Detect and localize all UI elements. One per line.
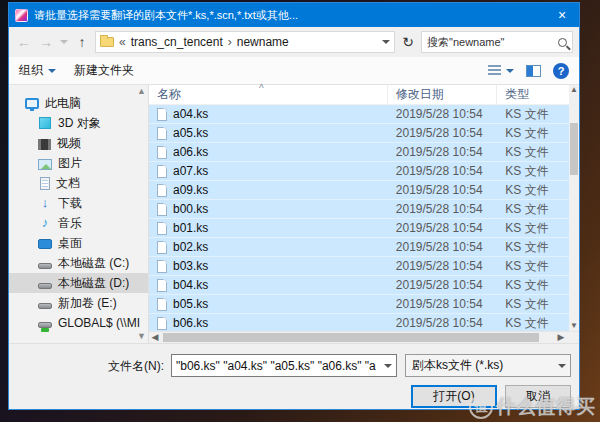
cancel-button[interactable]: 取消 (505, 385, 571, 408)
sidebar-item[interactable]: 本地磁盘 (C:) (9, 253, 148, 273)
file-type: KS 文件 (497, 315, 569, 332)
column-name-label: 名称 (157, 86, 181, 103)
file-list-area: 名称 ^ 修改日期 类型 a04.ks 2019/5/28 10:54 KS 文… (149, 85, 579, 343)
file-name: b04.ks (173, 278, 208, 292)
preview-pane-icon[interactable] (526, 65, 541, 77)
sidebar-item[interactable]: GLOBAL$ (\\MI (9, 313, 148, 333)
sort-ascending-icon: ^ (259, 83, 264, 94)
close-icon[interactable]: × (545, 3, 579, 27)
file-date: 2019/5/28 10:54 (388, 221, 497, 235)
file-name: a04.ks (173, 107, 208, 121)
organize-label: 组织 (19, 62, 43, 79)
vertical-scroll-thumb[interactable] (570, 123, 578, 175)
history-chevron-icon[interactable] (60, 40, 68, 44)
back-icon[interactable]: ← (15, 34, 33, 50)
sidebar-item[interactable]: ♪ 音乐 (9, 213, 148, 233)
table-row[interactable]: b05.ks 2019/5/28 10:54 KS 文件 (149, 295, 569, 314)
main-area: ▲ 此电脑 3D 对象 视频 图片 文档 ↓ 下载 ♪ 音乐 桌面 本地磁盘 (… (9, 85, 579, 343)
disk-icon (38, 303, 52, 309)
sidebar-item[interactable]: 3D 对象 (9, 113, 148, 133)
app-icon (15, 9, 28, 22)
title-bar: 请批量选择需要翻译的剧本文件*.ks,*.scn,*.txt或其他... × (9, 3, 579, 27)
breadcrumb-current[interactable]: newname (237, 35, 289, 49)
open-button[interactable]: 打开(O) (411, 385, 497, 408)
table-row[interactable]: b02.ks 2019/5/28 10:54 KS 文件 (149, 238, 569, 257)
file-rows: a04.ks 2019/5/28 10:54 KS 文件 a05.ks 2019… (149, 105, 579, 331)
file-type: KS 文件 (497, 125, 569, 142)
column-header-date[interactable]: 修改日期 (388, 85, 497, 104)
scroll-left-icon[interactable]: ◀ (149, 332, 161, 343)
horizontal-scroll-thumb[interactable] (163, 333, 539, 342)
sidebar-scroll-down-icon[interactable]: ▼ (137, 332, 145, 341)
file-date: 2019/5/28 10:54 (388, 126, 497, 140)
table-row[interactable]: a07.ks 2019/5/28 10:54 KS 文件 (149, 162, 569, 181)
navigation-pane: ▲ 此电脑 3D 对象 视频 图片 文档 ↓ 下载 ♪ 音乐 桌面 本地磁盘 (… (9, 85, 149, 343)
filetype-select[interactable]: 剧本ks文件 (*.ks) (405, 354, 571, 377)
horizontal-scrollbar[interactable]: ◀ ▶ (149, 331, 579, 343)
column-header-name[interactable]: 名称 ^ (149, 85, 388, 104)
chevron-down-icon (506, 69, 514, 73)
filename-dropdown-icon[interactable] (380, 355, 396, 376)
file-name: a06.ks (173, 145, 208, 159)
column-type-label: 类型 (505, 86, 529, 103)
address-chevron-icon[interactable] (382, 40, 390, 44)
file-date: 2019/5/28 10:54 (388, 259, 497, 273)
list-view-icon (488, 65, 501, 76)
search-input[interactable] (427, 36, 555, 48)
table-row[interactable]: b03.ks 2019/5/28 10:54 KS 文件 (149, 257, 569, 276)
sidebar-item[interactable]: 文档 (9, 173, 148, 193)
vertical-scrollbar[interactable]: ▲ ▼ (569, 85, 579, 331)
column-headers: 名称 ^ 修改日期 类型 (149, 85, 579, 105)
file-date: 2019/5/28 10:54 (388, 164, 497, 178)
desktop-icon (38, 239, 52, 249)
file-type: KS 文件 (497, 296, 569, 313)
refresh-icon[interactable]: ↻ (399, 34, 417, 50)
table-row[interactable]: b06.ks 2019/5/28 10:54 KS 文件 (149, 314, 569, 331)
sidebar-item[interactable]: 桌面 (9, 233, 148, 253)
sidebar-scroll-up-icon[interactable]: ▲ (137, 87, 145, 96)
view-mode-button[interactable] (488, 65, 514, 76)
search-icon[interactable] (558, 38, 567, 47)
file-name: b05.ks (173, 297, 208, 311)
column-header-type[interactable]: 类型 (497, 85, 569, 104)
sidebar-item[interactable]: 图片 (9, 153, 148, 173)
file-name: b06.ks (173, 316, 208, 330)
new-folder-label: 新建文件夹 (74, 62, 134, 79)
table-row[interactable]: a06.ks 2019/5/28 10:54 KS 文件 (149, 143, 569, 162)
sidebar-item[interactable]: 新加卷 (E:) (9, 293, 148, 313)
sidebar-item[interactable]: 此电脑 (9, 93, 148, 113)
file-type: KS 文件 (497, 144, 569, 161)
scroll-up-icon[interactable]: ▲ (569, 85, 579, 95)
file-date: 2019/5/28 10:54 (388, 183, 497, 197)
address-bar[interactable]: « trans_cn_tencent › newname (95, 31, 395, 53)
chevron-down-icon (48, 69, 56, 73)
sidebar-item[interactable]: ↓ 下载 (9, 193, 148, 213)
organize-button[interactable]: 组织 (19, 62, 56, 79)
file-date: 2019/5/28 10:54 (388, 107, 497, 121)
breadcrumb-parent[interactable]: trans_cn_tencent (131, 35, 223, 49)
file-type: KS 文件 (497, 277, 569, 294)
file-date: 2019/5/28 10:54 (388, 297, 497, 311)
scroll-down-icon[interactable]: ▼ (569, 321, 579, 331)
sidebar-item[interactable]: 视频 (9, 133, 148, 153)
scroll-right-icon[interactable]: ▶ (555, 332, 567, 343)
sidebar-item[interactable]: 本地磁盘 (D:) (9, 273, 148, 293)
picture-icon (38, 159, 52, 170)
cube-icon (39, 117, 51, 129)
table-row[interactable]: b04.ks 2019/5/28 10:54 KS 文件 (149, 276, 569, 295)
file-icon (157, 184, 167, 197)
forward-icon[interactable]: → (37, 34, 55, 50)
filetype-dropdown-icon (554, 355, 570, 376)
new-folder-button[interactable]: 新建文件夹 (74, 62, 134, 79)
table-row[interactable]: b01.ks 2019/5/28 10:54 KS 文件 (149, 219, 569, 238)
file-icon (157, 203, 167, 216)
file-date: 2019/5/28 10:54 (388, 278, 497, 292)
file-type: KS 文件 (497, 239, 569, 256)
table-row[interactable]: a04.ks 2019/5/28 10:54 KS 文件 (149, 105, 569, 124)
up-icon[interactable]: ↑ (73, 34, 91, 50)
table-row[interactable]: a05.ks 2019/5/28 10:54 KS 文件 (149, 124, 569, 143)
help-icon[interactable]: ? (553, 63, 569, 79)
table-row[interactable]: a09.ks 2019/5/28 10:54 KS 文件 (149, 181, 569, 200)
table-row[interactable]: b00.ks 2019/5/28 10:54 KS 文件 (149, 200, 569, 219)
filename-input[interactable] (172, 359, 380, 373)
